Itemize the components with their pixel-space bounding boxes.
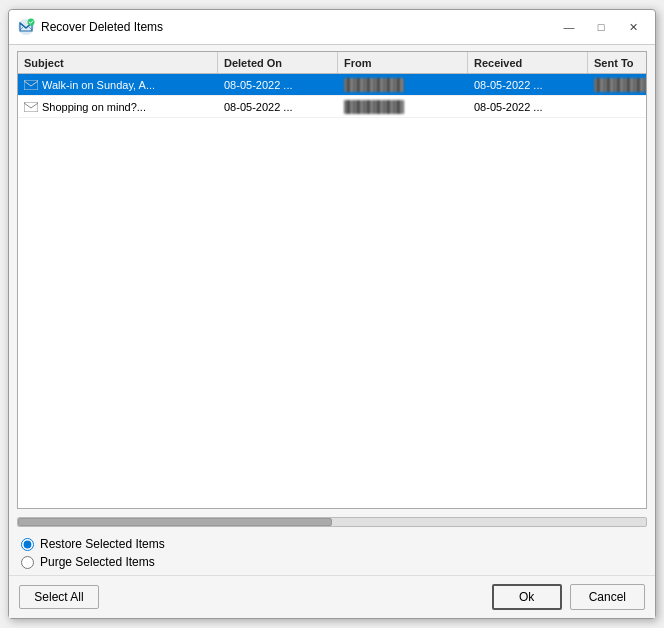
minimize-button[interactable]: — <box>555 16 583 38</box>
row1-sent-to <box>588 74 646 95</box>
col-header-from[interactable]: From <box>338 52 468 73</box>
purge-option-label[interactable]: Purge Selected Items <box>21 555 643 569</box>
svg-point-1 <box>28 19 35 26</box>
cancel-button[interactable]: Cancel <box>570 584 645 610</box>
scrollbar-track[interactable] <box>17 517 647 527</box>
blurred-from-1 <box>344 78 404 92</box>
title-buttons: — □ ✕ <box>555 16 647 38</box>
blurred-sentto-1 <box>594 78 646 92</box>
list-header: Subject Deleted On From Received Sent To <box>18 52 646 74</box>
close-button[interactable]: ✕ <box>619 16 647 38</box>
title-bar-left: Recover Deleted Items <box>17 18 163 36</box>
maximize-button[interactable]: □ <box>587 16 615 38</box>
main-content: Subject Deleted On From Received Sent To… <box>9 45 655 618</box>
window-title: Recover Deleted Items <box>41 20 163 34</box>
recover-deleted-items-window: Recover Deleted Items — □ ✕ Subject Dele… <box>8 9 656 619</box>
col-header-sent-to[interactable]: Sent To <box>588 52 647 73</box>
items-list-container: Subject Deleted On From Received Sent To… <box>17 51 647 509</box>
email-icon <box>24 80 38 90</box>
footer-right: Ok Cancel <box>492 584 645 610</box>
scrollbar-thumb[interactable] <box>18 518 332 526</box>
title-bar: Recover Deleted Items — □ ✕ <box>9 10 655 45</box>
row2-received: 08-05-2022 ... <box>468 96 588 117</box>
row2-from <box>338 96 468 117</box>
app-icon <box>17 18 35 36</box>
row2-subject: Shopping on mind?... <box>18 96 218 117</box>
purge-radio[interactable] <box>21 556 34 569</box>
restore-option-label[interactable]: Restore Selected Items <box>21 537 643 551</box>
restore-radio[interactable] <box>21 538 34 551</box>
row1-received: 08-05-2022 ... <box>468 74 588 95</box>
col-header-received[interactable]: Received <box>468 52 588 73</box>
footer: Select All Ok Cancel <box>9 575 655 618</box>
row2-deleted-on: 08-05-2022 ... <box>218 96 338 117</box>
list-body: Walk-in on Sunday, A... 08-05-2022 ... 0… <box>18 74 646 508</box>
purge-label-text: Purge Selected Items <box>40 555 155 569</box>
col-header-subject[interactable]: Subject <box>18 52 218 73</box>
table-row[interactable]: Walk-in on Sunday, A... 08-05-2022 ... 0… <box>18 74 646 96</box>
select-all-button[interactable]: Select All <box>19 585 99 609</box>
ok-button[interactable]: Ok <box>492 584 562 610</box>
row1-subject: Walk-in on Sunday, A... <box>18 74 218 95</box>
horizontal-scrollbar-container <box>9 513 655 531</box>
email-icon <box>24 102 38 112</box>
footer-left: Select All <box>19 585 99 609</box>
col-header-deleted-on[interactable]: Deleted On <box>218 52 338 73</box>
row2-sent-to <box>588 96 646 117</box>
blurred-from-2 <box>344 100 404 114</box>
restore-label-text: Restore Selected Items <box>40 537 165 551</box>
table-row[interactable]: Shopping on mind?... 08-05-2022 ... 08-0… <box>18 96 646 118</box>
row1-deleted-on: 08-05-2022 ... <box>218 74 338 95</box>
options-section: Restore Selected Items Purge Selected It… <box>9 531 655 575</box>
svg-rect-2 <box>24 80 38 90</box>
row1-from <box>338 74 468 95</box>
svg-rect-3 <box>24 102 38 112</box>
